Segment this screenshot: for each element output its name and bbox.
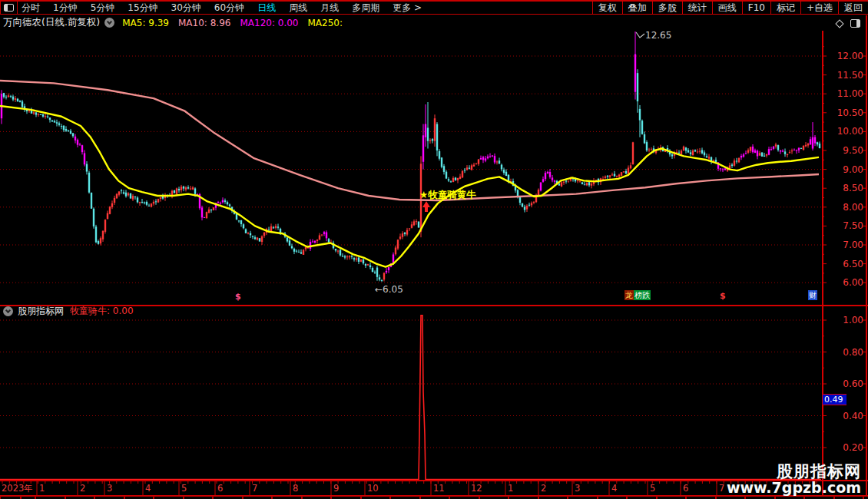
bottom-tab-cell[interactable] [804, 496, 834, 499]
bottom-tab-cell[interactable] [775, 496, 805, 499]
indicator-tick-label: 0.60 [822, 378, 863, 389]
date-axis-month-label[interactable]: 3 [107, 483, 112, 494]
indicator-panel-header: 股朋指标网 牧童骑牛: 0.00 [3, 306, 134, 317]
price-tick-label: 7.00 [822, 240, 863, 250]
price-tick-label: 10.00 [822, 126, 863, 137]
date-axis-month-label[interactable]: 2 [541, 483, 546, 494]
date-axis-year-label: 2023年 [2, 483, 33, 494]
date-axis-month-label[interactable]: 4 [145, 483, 151, 494]
date-axis-month-label[interactable]: 2 [80, 483, 85, 494]
indicator-tick-label: 0.20 [822, 442, 863, 453]
date-axis-month-label[interactable]: 7 [719, 483, 724, 494]
bottom-tab-cell[interactable] [686, 496, 716, 499]
indicator-tick-label: 0.80 [822, 347, 863, 358]
bottom-tab-cell[interactable] [509, 496, 538, 499]
date-axis-month-label[interactable]: 6 [683, 483, 688, 494]
bottom-tab-cell[interactable] [35, 496, 65, 499]
date-axis-month-label[interactable]: 3 [575, 483, 580, 494]
date-axis-month-label[interactable]: 8 [293, 483, 298, 494]
event-badge[interactable]: 龙榜跌 [624, 290, 651, 300]
indicator-tick-label: 0.40 [822, 411, 863, 421]
date-axis-month-label[interactable]: 11 [433, 483, 445, 494]
price-tick-label: 7.50 [822, 220, 863, 231]
price-tick-label: 8.50 [822, 183, 863, 193]
bottom-tab-cell[interactable] [538, 496, 568, 499]
bottom-tab-cell[interactable] [272, 496, 302, 499]
price-tick-label: 9.50 [822, 145, 863, 156]
app-window: 分时1分钟5分钟15分钟30分钟60分钟日线周线月线多周期更多 > 复权叠加多股… [0, 0, 868, 499]
price-tick-label: 8.00 [822, 202, 863, 213]
dividend-marker[interactable]: $ [235, 292, 241, 302]
bottom-tab-cell[interactable] [361, 496, 391, 499]
price-tick-label: 6.00 [822, 277, 863, 288]
date-axis-month-label[interactable]: 5 [650, 483, 655, 494]
date-axis-month-label[interactable]: 6 [217, 483, 223, 494]
date-axis-month-label[interactable]: 4 [611, 483, 617, 494]
main-chart-canvas[interactable] [0, 0, 868, 499]
bottom-tab-cell[interactable] [390, 496, 420, 499]
date-axis-month-label[interactable]: 7 [252, 483, 257, 494]
date-axis-month-label[interactable]: 10 [367, 483, 379, 494]
bottom-tab-cell[interactable] [213, 496, 243, 499]
date-axis-month-label[interactable]: 1 [508, 483, 513, 494]
bottom-tab-cell[interactable] [331, 496, 361, 499]
buy-signal-label: ★牧童骑黄牛 [419, 189, 476, 202]
price-tick-label: 11.50 [822, 70, 863, 81]
dividend-marker[interactable]: $ [720, 291, 726, 301]
price-tick-label: 12.00 [822, 51, 863, 61]
price-tick-label: 11.00 [822, 88, 863, 99]
bottom-tab-cell[interactable] [479, 496, 509, 499]
price-tick-label: 6.50 [822, 259, 863, 269]
bottom-tab-cell[interactable] [657, 496, 687, 499]
bottom-tab-cell[interactable] [568, 496, 598, 499]
bottom-tab-cell[interactable] [716, 496, 746, 499]
high-price-annotation: 12.65 [645, 30, 671, 41]
bottom-tab-cell[interactable] [302, 496, 332, 499]
bottom-tab-cell[interactable] [627, 496, 657, 499]
bottom-tab-cell[interactable] [21, 496, 35, 499]
date-axis-month-label[interactable]: 12 [471, 483, 482, 494]
bottom-tab-cell[interactable] [834, 496, 864, 499]
indicator-source: 股朋指标网 [18, 305, 64, 318]
indicator-tick-label: 1.00 [822, 315, 863, 326]
date-axis-month-label[interactable]: 1 [39, 483, 45, 494]
date-axis-month-label[interactable]: 9 [333, 483, 339, 494]
bottom-tab-cell[interactable] [243, 496, 273, 499]
watermark-site-name: 股朋指标网 [727, 463, 861, 480]
bottom-tab-cell[interactable] [184, 496, 214, 499]
bottom-tab-cell[interactable] [745, 496, 775, 499]
chevron-down-icon[interactable] [3, 306, 13, 316]
bottom-tab-cell[interactable] [94, 496, 124, 499]
bottom-tab-cell[interactable] [863, 496, 868, 499]
indicator-value-box: 0.49 [823, 394, 846, 405]
bottom-tab-cell[interactable] [449, 496, 479, 499]
date-axis-month-label[interactable]: 5 [181, 483, 187, 494]
price-tick-label: 10.50 [822, 107, 863, 118]
event-badge-text: 财 [808, 290, 817, 300]
bottom-tab-cell[interactable] [598, 496, 628, 499]
bottom-tab-cell[interactable] [124, 496, 154, 499]
bottom-tab-cell[interactable] [0, 496, 21, 499]
watermark: 股朋指标网 www.7gpzb.com [727, 463, 861, 496]
bottom-tab-cell[interactable] [65, 496, 95, 499]
price-tick-label: 9.00 [822, 164, 863, 175]
right-border-line [866, 15, 867, 499]
bottom-tab-cell[interactable] [420, 496, 450, 499]
watermark-url: www.7gpzb.com [727, 480, 861, 496]
event-badge-text: 龙 [624, 290, 634, 300]
low-price-annotation: ←6.05 [375, 284, 403, 295]
event-badge-text: 榜跌 [634, 290, 651, 300]
bottom-tab-cell[interactable] [154, 496, 184, 499]
indicator-name-value: 牧童骑牛: 0.00 [70, 305, 134, 318]
event-badge[interactable]: 财 [808, 290, 817, 300]
